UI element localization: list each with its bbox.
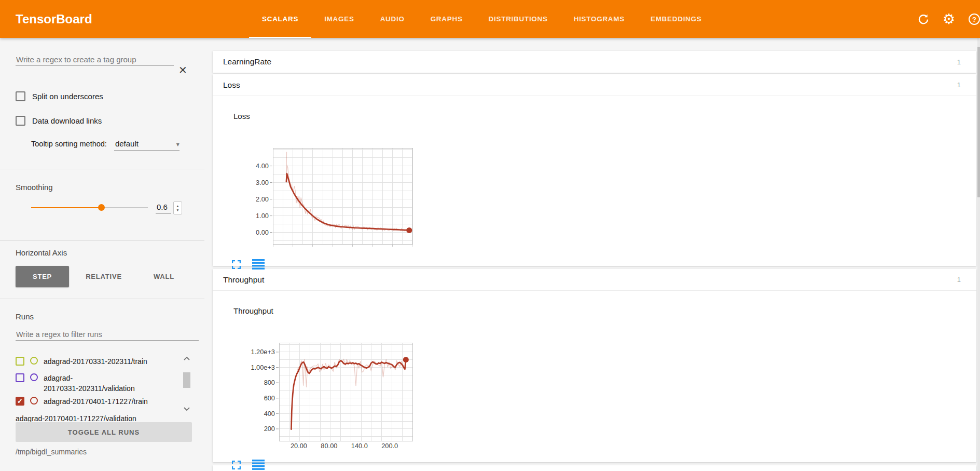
svg-text:3.00: 3.00	[256, 179, 269, 186]
section-title: Loss	[223, 80, 240, 90]
runs-label: Runs	[16, 312, 34, 321]
throughput-chart[interactable]: 1.20e+31.00e+380060040020020.0080.00140.…	[241, 336, 420, 453]
stepper-down-icon[interactable]: ▼	[176, 208, 179, 212]
divider	[0, 240, 204, 241]
tab-distributions[interactable]: DISTRIBUTIONS	[489, 0, 548, 38]
chevron-down-icon: ▾	[176, 141, 180, 148]
svg-text:200.0: 200.0	[381, 442, 398, 450]
section-header-loss[interactable]: Loss 1	[213, 74, 976, 96]
section-learningrate: LearningRate 1	[213, 51, 976, 73]
data-download-checkbox[interactable]: ✓	[16, 116, 25, 126]
split-underscores-checkbox[interactable]: ✓	[16, 91, 25, 101]
smoothing-stepper[interactable]: ▲ ▼	[173, 201, 182, 214]
tab-audio[interactable]: AUDIO	[380, 0, 405, 38]
run-list: ✓ adagrad-20170331-202311/train ✓ adagra…	[0, 351, 182, 422]
run-selector-lines-icon[interactable]	[252, 259, 265, 272]
run-filter-input[interactable]	[16, 329, 199, 341]
svg-text:600: 600	[264, 394, 275, 402]
chart-count-badge: 1	[957, 81, 961, 89]
tooltip-sort-dropdown[interactable]: default ▾	[114, 138, 180, 151]
run-list-scrollbar-thumb[interactable]	[183, 372, 190, 388]
refresh-icon[interactable]	[917, 12, 930, 26]
chart-count-badge: 1	[957, 276, 961, 284]
log-directory-path: /tmp/bigdl_summaries	[16, 448, 87, 456]
svg-text:140.0: 140.0	[351, 442, 368, 450]
tooltip-sort-label: Tooltip sorting method:	[31, 140, 107, 148]
chart-title: Throughput	[233, 306, 273, 315]
scroll-down-icon[interactable]	[183, 407, 191, 412]
chart-actions	[232, 259, 265, 272]
tab-images[interactable]: IMAGES	[324, 0, 354, 38]
stepper-up-icon[interactable]: ▲	[176, 204, 179, 208]
haxis-wall-button[interactable]: WALL	[144, 266, 184, 287]
run-selector-lines-icon[interactable]	[252, 460, 265, 471]
run-color-circle[interactable]	[30, 373, 38, 381]
nav-tabs: SCALARS IMAGES AUDIO GRAPHS DISTRIBUTION…	[262, 0, 701, 38]
run-checkbox[interactable]: ✓	[16, 373, 24, 382]
app-title: TensorBoard	[16, 0, 92, 38]
sidebar: ✕ ✓ Split on underscores ✓ Data download…	[0, 38, 204, 471]
run-row[interactable]: adagrad-20170401-171227/validation	[16, 413, 136, 422]
run-label: adagrad-20170401-171227/train	[44, 396, 148, 407]
svg-text:?: ?	[972, 16, 976, 23]
page-scrollbar-thumb[interactable]	[977, 47, 980, 197]
section-throughput: Throughput 1 Throughput 1.20e+31.00e+380…	[213, 269, 976, 462]
tab-embeddings[interactable]: EMBEDDINGS	[651, 0, 702, 38]
run-row[interactable]: ✓ adagrad-20170331-202311/train	[16, 356, 147, 367]
run-row[interactable]: ✓ adagrad-20170331-202311/validation	[16, 373, 135, 394]
svg-text:20.00: 20.00	[291, 442, 307, 450]
smoothing-slider-fill	[31, 207, 101, 208]
split-underscores-row: ✓ Split on underscores	[16, 91, 103, 101]
smoothing-slider-knob[interactable]	[98, 204, 105, 211]
tab-graphs[interactable]: GRAPHS	[431, 0, 463, 38]
run-checkbox[interactable]: ✓	[16, 397, 24, 406]
svg-text:2.00: 2.00	[256, 195, 269, 203]
checkbox-label: Data download links	[32, 116, 102, 125]
svg-text:1.20e+3: 1.20e+3	[251, 348, 275, 356]
data-download-row: ✓ Data download links	[16, 116, 102, 126]
section-title: Throughput	[223, 275, 264, 285]
section-header-throughput[interactable]: Throughput 1	[213, 269, 976, 291]
run-label: adagrad-20170401-171227/validation	[16, 413, 136, 422]
scroll-up-icon[interactable]	[183, 356, 191, 361]
tag-regex-input[interactable]	[16, 53, 174, 66]
close-icon[interactable]: ✕	[178, 65, 187, 75]
run-label: adagrad-20170331-202311/validation	[44, 373, 135, 394]
toggle-all-runs-button[interactable]: TOGGLE ALL RUNS	[16, 422, 192, 442]
svg-text:800: 800	[264, 379, 275, 386]
smoothing-value[interactable]: 0.6	[156, 201, 171, 214]
help-icon[interactable]: ?	[968, 12, 980, 26]
next-section-peek	[213, 465, 976, 471]
chart-count-badge: 1	[957, 58, 961, 66]
fullscreen-icon[interactable]	[232, 260, 241, 271]
run-color-circle[interactable]	[30, 357, 38, 365]
chart-title: Loss	[233, 112, 250, 120]
tooltip-sort-row: Tooltip sorting method: default ▾	[31, 138, 180, 151]
settings-gear-icon[interactable]: ⚙	[942, 12, 956, 26]
dashboard-main: LearningRate 1 Loss 1 Loss 4.003.002.001…	[213, 38, 976, 471]
page-scrollbar[interactable]	[977, 38, 980, 471]
checkbox-label: Split on underscores	[32, 92, 103, 101]
run-row[interactable]: ✓ adagrad-20170401-171227/train	[16, 396, 148, 407]
svg-text:1.00e+3: 1.00e+3	[251, 364, 275, 371]
svg-text:4.00: 4.00	[256, 162, 269, 170]
haxis-step-button[interactable]: STEP	[16, 266, 69, 287]
haxis-relative-button[interactable]: RELATIVE	[78, 266, 130, 287]
fullscreen-icon[interactable]	[232, 461, 241, 471]
app-header: TensorBoard SCALARS IMAGES AUDIO GRAPHS …	[0, 0, 980, 38]
run-label: adagrad-20170331-202311/train	[44, 356, 147, 367]
run-checkbox[interactable]: ✓	[16, 357, 24, 366]
svg-text:0.00: 0.00	[256, 228, 269, 236]
section-loss: Loss 1 Loss 4.003.002.001.000.00	[213, 74, 976, 266]
run-color-circle[interactable]	[30, 397, 38, 405]
svg-text:1.00: 1.00	[256, 212, 269, 220]
loss-chart[interactable]: 4.003.002.001.000.00	[248, 128, 420, 253]
tab-scalars[interactable]: SCALARS	[262, 0, 298, 38]
divider	[0, 169, 204, 169]
tab-histograms[interactable]: HISTOGRAMS	[574, 0, 625, 38]
chart-actions	[232, 460, 265, 471]
divider	[0, 299, 204, 299]
tooltip-sort-value: default	[115, 139, 139, 148]
section-header-learningrate[interactable]: LearningRate 1	[213, 51, 976, 73]
section-title: LearningRate	[223, 57, 271, 66]
